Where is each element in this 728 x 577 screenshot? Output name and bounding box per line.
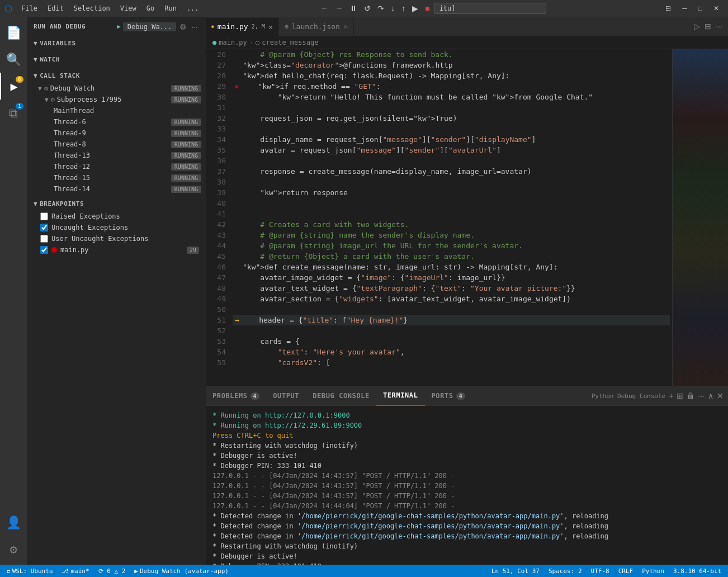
status-encoding[interactable]: UTF-8 bbox=[589, 565, 612, 577]
debug-config-label[interactable]: Debug Wa... bbox=[123, 22, 176, 31]
breadcrumb-sep: › bbox=[249, 39, 253, 46]
menu-view[interactable]: View bbox=[116, 3, 141, 13]
activity-bar: 📄 🔍 ▶ 6 ⧉ 1 👤 ⚙ bbox=[0, 17, 27, 565]
panel-tab-terminal[interactable]: TERMINAL bbox=[376, 386, 425, 406]
bp-mainpy-label: main.py bbox=[60, 246, 89, 254]
window-layout-button[interactable]: ⊟ bbox=[661, 2, 675, 15]
bp-user-uncaught-checkbox[interactable] bbox=[40, 235, 48, 243]
debug-pause-button[interactable]: ⏸ bbox=[347, 3, 360, 14]
debug-step-over-button[interactable]: ↷ bbox=[375, 3, 386, 14]
call-stack-thread14[interactable]: Thread-14 RUNNING bbox=[27, 183, 206, 195]
menu-edit[interactable]: Edit bbox=[43, 3, 68, 13]
call-stack-section: ▼ CALL STACK ▼ ⚙ Debug Watch RUNNING ▼ ⚙ bbox=[27, 69, 206, 565]
window-maximize-button[interactable]: □ bbox=[694, 2, 707, 15]
debug-stop-button[interactable]: ■ bbox=[423, 3, 432, 14]
window-minimize-button[interactable]: ─ bbox=[678, 2, 692, 15]
activity-search[interactable]: 🔍 bbox=[0, 46, 27, 73]
status-line-ending[interactable]: CRLF bbox=[616, 565, 636, 577]
call-stack-items: ▼ ⚙ Debug Watch RUNNING ▼ ⚙ Subprocess 1… bbox=[27, 83, 206, 195]
debug-settings-button[interactable]: ⚙ bbox=[178, 21, 188, 32]
debug-restart-button[interactable]: ↺ bbox=[362, 3, 373, 14]
trash-terminal-button[interactable]: 🗑 bbox=[687, 391, 694, 400]
code-text: "kw">def create_message(name: str, image… bbox=[243, 262, 558, 272]
bp-mainpy-checkbox[interactable] bbox=[40, 246, 48, 254]
status-position[interactable]: Ln 51, Col 37 bbox=[489, 565, 542, 577]
call-stack-thread8[interactable]: Thread-8 RUNNING bbox=[27, 139, 206, 150]
activity-explorer[interactable]: 📄 bbox=[0, 19, 27, 46]
breadcrumb-function[interactable]: create_message bbox=[262, 39, 318, 46]
call-stack-item-subprocess[interactable]: ▼ ⚙ Subprocess 17995 RUNNING bbox=[27, 94, 206, 105]
tab-mainpy-close[interactable]: ✕ bbox=[268, 22, 273, 31]
variables-toggle[interactable]: ▼ VARIABLES bbox=[27, 36, 206, 50]
status-spaces[interactable]: Spaces: 2 bbox=[546, 565, 584, 577]
code-text: "cardsV2": [ bbox=[243, 357, 330, 368]
tab-actions: ▷ ⊟ ··· bbox=[688, 21, 728, 32]
code-content[interactable]: # @param {Object} res Response to send b… bbox=[230, 49, 672, 386]
tab-launchjson[interactable]: ⚙ launch.json ✕ bbox=[279, 17, 354, 36]
panel-tab-ports[interactable]: PORTS 4 bbox=[425, 386, 472, 406]
activity-run-debug[interactable]: ▶ 6 bbox=[0, 73, 27, 100]
terminal-more-button[interactable]: ··· bbox=[698, 391, 705, 400]
tab-launchjson-close[interactable]: ✕ bbox=[343, 22, 348, 31]
line-numbers: 2627282930313233343536373839404142434445… bbox=[206, 49, 230, 386]
ports-label: PORTS bbox=[432, 392, 453, 400]
run-file-button[interactable]: ▷ bbox=[693, 21, 701, 32]
status-sync[interactable]: ⟳ 0 △ 2 bbox=[96, 565, 128, 577]
activity-settings[interactable]: ⚙ bbox=[0, 536, 27, 562]
menu-bar[interactable]: File Edit Selection View Go Run ... bbox=[17, 3, 204, 13]
code-text: "kw">return "Hello! This function must b… bbox=[243, 92, 593, 102]
breadcrumb-file[interactable]: main.py bbox=[219, 39, 247, 46]
extensions-badge: 1 bbox=[16, 103, 23, 110]
status-language[interactable]: Python bbox=[640, 565, 666, 577]
terminal-content[interactable]: * Running on http://127.0.0.1:9000 * Run… bbox=[206, 406, 728, 565]
call-stack-thread15[interactable]: Thread-15 RUNNING bbox=[27, 172, 206, 183]
status-version[interactable]: 3.8.10 64-bit bbox=[671, 565, 724, 577]
breakpoints-toggle[interactable]: ▼ BREAKPOINTS bbox=[27, 197, 206, 211]
thread9-label: Thread-9 bbox=[54, 129, 169, 137]
bp-uncaught-exceptions-checkbox[interactable] bbox=[40, 224, 48, 231]
call-stack-thread13[interactable]: Thread-13 RUNNING bbox=[27, 150, 206, 161]
window-close-button[interactable]: ✕ bbox=[709, 2, 724, 15]
status-branch[interactable]: ⎇ main* bbox=[59, 565, 91, 577]
thread8-label: Thread-8 bbox=[54, 140, 169, 148]
call-stack-toggle[interactable]: ▼ CALL STACK bbox=[27, 69, 206, 83]
call-stack-item-debug-watch[interactable]: ▼ ⚙ Debug Watch RUNNING bbox=[27, 83, 206, 94]
panel-tab-output[interactable]: OUTPUT bbox=[266, 386, 306, 406]
menu-more[interactable]: ... bbox=[182, 3, 204, 13]
call-stack-thread6[interactable]: Thread-6 RUNNING bbox=[27, 116, 206, 127]
nav-back-button[interactable]: ← bbox=[318, 3, 330, 14]
menu-go[interactable]: Go bbox=[142, 3, 159, 13]
code-line-42: # Creates a card with two widgets. bbox=[233, 219, 670, 230]
debug-continue-button[interactable]: ▶ bbox=[410, 3, 420, 14]
status-remote[interactable]: ⇄ WSL: Ubuntu bbox=[4, 565, 55, 577]
menu-run[interactable]: Run bbox=[160, 3, 181, 13]
split-terminal-button[interactable]: ⊞ bbox=[677, 391, 683, 400]
debug-config-play[interactable]: ▶ bbox=[117, 23, 121, 30]
code-text: response = create_message(name=display_n… bbox=[243, 166, 532, 177]
activity-extensions[interactable]: ⧉ 1 bbox=[0, 100, 27, 126]
nav-forward-button[interactable]: → bbox=[333, 3, 345, 14]
panel-tab-debug-console[interactable]: DEBUG CONSOLE bbox=[306, 386, 376, 406]
bp-raised-exceptions-checkbox[interactable] bbox=[40, 212, 48, 220]
debug-step-into-button[interactable]: ↓ bbox=[389, 3, 397, 14]
watch-toggle[interactable]: ▼ WATCH bbox=[27, 53, 206, 67]
panel-tab-problems[interactable]: PROBLEMS 4 bbox=[206, 386, 266, 406]
call-stack-thread12[interactable]: Thread-12 RUNNING bbox=[27, 161, 206, 172]
debug-more-button[interactable]: ··· bbox=[190, 21, 199, 32]
activity-accounts[interactable]: 👤 bbox=[0, 509, 27, 536]
more-tab-actions[interactable]: ··· bbox=[715, 21, 724, 32]
terminal-line: * Debugger is active! bbox=[212, 551, 721, 561]
split-editor-button[interactable]: ⊟ bbox=[703, 21, 712, 32]
bp-raised-exceptions-label: Raised Exceptions bbox=[51, 212, 120, 220]
status-debug[interactable]: ▶ Debug Watch (avatar-app) bbox=[132, 565, 231, 577]
code-text: # @param {string} image_url the URL for … bbox=[243, 240, 523, 251]
close-panel-button[interactable]: ✕ bbox=[717, 391, 724, 400]
call-stack-mainthread[interactable]: MainThread bbox=[27, 105, 206, 116]
menu-file[interactable]: File bbox=[17, 3, 42, 13]
debug-step-out-button[interactable]: ↑ bbox=[399, 3, 408, 14]
new-terminal-button[interactable]: + bbox=[669, 391, 673, 400]
maximize-panel-button[interactable]: ∧ bbox=[708, 391, 713, 400]
menu-selection[interactable]: Selection bbox=[69, 3, 115, 13]
call-stack-thread9[interactable]: Thread-9 RUNNING bbox=[27, 127, 206, 139]
tab-mainpy[interactable]: ● main.py 2, M ✕ bbox=[206, 17, 279, 36]
